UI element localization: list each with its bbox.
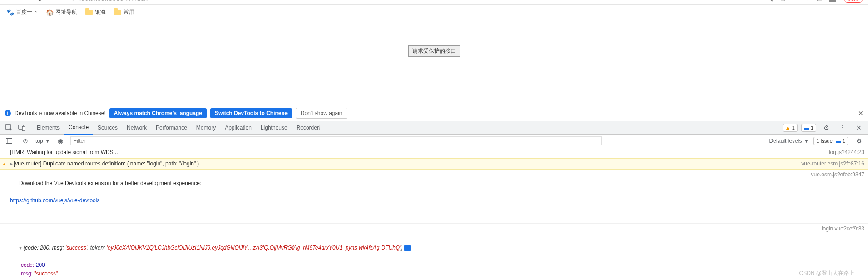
log-row: Download the Vue Devtools extension for … (0, 170, 868, 224)
settings-gear-icon[interactable]: ⚙ (820, 121, 833, 134)
page-content: 请求受保护的接口 (0, 20, 868, 105)
tab-recorder[interactable]: Recorder ⁞ (292, 121, 325, 135)
log-row: login.vue?cef9:33 (0, 224, 868, 234)
object-summary[interactable]: {code: 200, msg: 'success', token: 'eyJ0… (23, 245, 402, 251)
browser-toolbar: ← → ⟳ ⌂ ⓘ localhost:8080/#/index 🔍 ▤ ☆ ✦… (0, 0, 868, 5)
info-badge[interactable]: ▬1 (801, 124, 816, 132)
update-button[interactable]: 支持 (843, 0, 863, 3)
folder-icon (85, 10, 93, 15)
console-filter-input[interactable] (70, 136, 602, 145)
log-message: ▸[vue-router] Duplicate named routes def… (10, 160, 792, 168)
bookmark-2345[interactable]: 🏠 网址导航 (46, 8, 77, 16)
nav-forward-icon[interactable]: → (21, 0, 28, 3)
chevron-down-icon: ▼ (45, 138, 50, 144)
devtools-language-bar: i DevTools is now available in Chinese! … (0, 105, 868, 121)
nav-back-icon[interactable]: ← (5, 0, 12, 3)
devtools-extension-link[interactable]: https://github.com/vuejs/vue-devtools (10, 196, 802, 205)
puzzle-icon[interactable]: ✦ (805, 0, 809, 2)
always-match-button[interactable]: Always match Chrome's language (109, 108, 207, 118)
profile-icon[interactable] (829, 0, 836, 2)
log-source-link[interactable]: vue-router.esm.js?fe87:16 (792, 160, 864, 168)
object-key: code (21, 262, 33, 268)
nav-home-icon[interactable]: ⌂ (52, 0, 57, 3)
bookmark-folder-common[interactable]: 常用 (114, 8, 134, 16)
tab-elements[interactable]: Elements (32, 121, 64, 135)
log-source-link[interactable]: log.js?4244:23 (820, 148, 864, 157)
console-output: [HMR] Waiting for update signal from WDS… (0, 147, 868, 280)
log-source-link[interactable]: vue.esm.js?efeb:9347 (802, 170, 864, 222)
close-icon[interactable]: ✕ (858, 110, 863, 117)
bookmark-star-icon[interactable]: ☆ (793, 0, 798, 2)
log-levels-select[interactable]: Default levels ▼ (769, 138, 809, 144)
log-row-warning: ▸[vue-router] Duplicate named routes def… (0, 158, 868, 170)
console-toolbar: ⊘ top ▼ ◉ Default levels ▼ 1 Issue: ▬ 1 … (0, 135, 868, 147)
console-sidebar-toggle-icon[interactable] (3, 135, 15, 147)
devtools-close-icon[interactable]: ✕ (853, 121, 865, 134)
copy-object-icon[interactable] (404, 245, 411, 251)
object-value: 200 (36, 262, 45, 268)
tab-network[interactable]: Network (122, 121, 151, 135)
log-source-link[interactable]: login.vue?cef9:33 (813, 225, 864, 233)
baidu-icon: 🐾 (6, 9, 14, 16)
request-protected-button[interactable]: 请求受保护的接口 (408, 45, 460, 57)
site-info-icon[interactable]: ⓘ (70, 0, 76, 2)
bookmark-label: 百度一下 (16, 8, 38, 16)
issues-badge[interactable]: 1 Issue: ▬ 1 (813, 137, 848, 145)
object-key: msg (21, 270, 31, 277)
execution-context-select[interactable]: top ▼ (35, 138, 50, 144)
info-icon: i (5, 110, 11, 116)
tab-console[interactable]: Console (64, 121, 93, 135)
nav-2345-icon: 🏠 (46, 9, 53, 16)
url-text[interactable]: localhost:8080/#/index (79, 0, 148, 2)
svg-rect-3 (6, 138, 12, 143)
device-toggle-icon[interactable] (15, 121, 28, 134)
more-menu-icon[interactable]: ⋮ (836, 121, 849, 134)
console-settings-gear-icon[interactable]: ⚙ (853, 135, 865, 147)
bookmarks-bar: 🐾 百度一下 🏠 网址导航 银海 常用 (0, 5, 868, 20)
chevron-down-icon: ▼ (804, 138, 809, 144)
search-icon[interactable]: 🔍 (766, 0, 773, 2)
expand-triangle-icon[interactable]: ▸ (10, 160, 13, 167)
window-icon[interactable]: ▣ (817, 0, 822, 2)
bookmark-label: 银海 (95, 8, 106, 16)
tab-application[interactable]: Application (220, 121, 256, 135)
tab-memory[interactable]: Memory (192, 121, 220, 135)
warnings-badge[interactable]: ▲1 (783, 124, 798, 132)
clear-console-icon[interactable]: ⊘ (19, 135, 32, 147)
live-expression-icon[interactable]: ◉ (54, 135, 67, 147)
qr-icon[interactable]: ▤ (780, 0, 785, 2)
tab-sources[interactable]: Sources (93, 121, 122, 135)
bookmark-label: 网址导航 (55, 8, 77, 16)
log-message: Download the Vue Devtools extension for … (10, 170, 802, 222)
bookmark-label: 常用 (124, 8, 134, 16)
inspect-element-icon[interactable] (3, 121, 15, 134)
tab-lighthouse[interactable]: Lighthouse (256, 121, 292, 135)
bookmark-folder-yinhai[interactable]: 银海 (85, 8, 106, 16)
dont-show-again-button[interactable]: Don't show again (296, 108, 347, 119)
log-row: [HMR] Waiting for update signal from WDS… (0, 147, 868, 158)
collapse-triangle-icon[interactable]: ▾ (19, 245, 23, 251)
bookmark-baidu[interactable]: 🐾 百度一下 (6, 8, 38, 16)
switch-to-chinese-button[interactable]: Switch DevTools to Chinese (210, 108, 292, 118)
devtools-tabs: Elements Console Sources Network Perform… (0, 121, 868, 135)
log-object: ▾ {code: 200, msg: 'success', token: 'ey… (0, 234, 868, 280)
object-value: "success" (34, 270, 58, 277)
svg-rect-2 (22, 126, 25, 131)
tab-performance[interactable]: Performance (151, 121, 192, 135)
divider (30, 124, 30, 132)
folder-icon (114, 10, 121, 15)
log-message: [HMR] Waiting for update signal from WDS… (10, 148, 820, 157)
nav-reload-icon[interactable]: ⟳ (37, 0, 43, 3)
language-notice-text: DevTools is now available in Chinese! (15, 110, 106, 116)
